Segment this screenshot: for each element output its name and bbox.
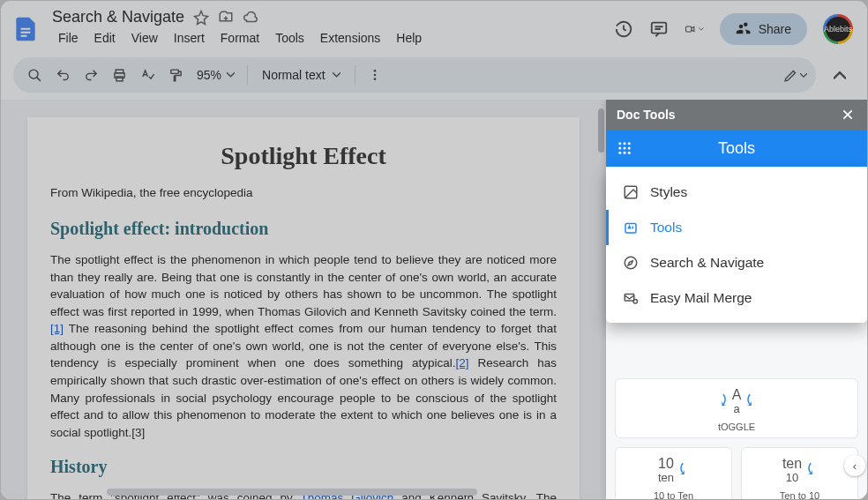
paragraph-style-select[interactable]: Normal text [255, 68, 348, 82]
more-icon[interactable] [363, 63, 387, 87]
svg-rect-0 [651, 23, 666, 34]
doc-subtitle[interactable]: From Wikipedia, the free encyclopedia [50, 186, 557, 199]
sidepanel-header: Doc Tools [606, 100, 867, 130]
tools-icon [622, 219, 640, 236]
cloud-status-icon[interactable] [243, 10, 258, 26]
account-avatar[interactable]: Ablebits [823, 14, 853, 44]
undo-icon[interactable] [50, 63, 75, 87]
tile-ten-to-10[interactable]: ten10⤹ Ten to 10 [741, 447, 858, 499]
vertical-scrollbar[interactable] [598, 108, 604, 153]
svg-rect-6 [170, 70, 178, 73]
docs-logo[interactable] [10, 8, 41, 50]
doc-heading-1[interactable]: Spotlight Effect [50, 142, 557, 170]
separator [247, 65, 248, 85]
document-canvas[interactable]: Spotlight Effect From Wikipedia, the fre… [1, 100, 606, 499]
doc-heading-2[interactable]: History [50, 457, 557, 477]
share-button[interactable]: Share [720, 13, 807, 45]
print-icon[interactable] [107, 63, 131, 87]
sidepanel-tab-title: Tools [606, 139, 867, 158]
svg-point-23 [633, 300, 638, 304]
redo-icon[interactable] [79, 63, 103, 87]
search-icon[interactable] [22, 63, 47, 87]
dropdown-item-mail-merge[interactable]: Easy Mail Merge [606, 280, 867, 316]
doc-heading-2[interactable]: Spotlight effect: introduction [50, 219, 557, 239]
toolbar: 95% Normal text [13, 57, 816, 93]
svg-point-7 [373, 70, 376, 72]
menu-view[interactable]: View [125, 28, 164, 48]
side-panel: Doc Tools Tools Styles Tools Search & [606, 100, 867, 499]
tile-toggle-case[interactable]: ⤸Aa⤹ tOGGLE [615, 378, 858, 438]
svg-rect-22 [625, 295, 634, 302]
citation-link[interactable]: [1] [50, 322, 64, 335]
meet-button[interactable] [685, 19, 704, 39]
citation-link[interactable]: [2] [456, 356, 469, 369]
sidepanel-toolbar: Tools [606, 130, 867, 167]
dropdown-item-search-navigate[interactable]: Search & Navigate [606, 245, 867, 280]
menu-format[interactable]: Format [214, 28, 266, 48]
share-label: Share [759, 22, 791, 36]
menu-edit[interactable]: Edit [88, 28, 122, 48]
dropdown-item-styles[interactable]: Styles [606, 175, 867, 210]
menu-help[interactable]: Help [390, 28, 428, 48]
document-title[interactable]: Search & Navigate [52, 8, 184, 26]
svg-rect-1 [685, 26, 691, 32]
editing-mode-icon[interactable] [782, 63, 807, 87]
tools-dropdown: Styles Tools Search & Navigate Easy Mail… [606, 168, 867, 323]
history-icon[interactable] [614, 19, 633, 39]
compass-icon [622, 254, 640, 272]
sidepanel-title: Doc Tools [617, 108, 676, 122]
paint-format-icon[interactable] [163, 63, 188, 87]
svg-point-2 [29, 70, 38, 78]
menu-extensions[interactable]: Extensions [314, 28, 386, 48]
svg-point-9 [373, 78, 376, 80]
menu-insert[interactable]: Insert [168, 28, 211, 48]
styles-icon [622, 183, 640, 201]
move-icon[interactable] [218, 10, 234, 26]
dropdown-item-tools[interactable]: Tools [606, 210, 867, 245]
tile-10-to-ten[interactable]: 10ten⤹ 10 to Ten [615, 447, 732, 499]
menu-file[interactable]: File [52, 28, 85, 48]
zoom-select[interactable]: 95% [191, 68, 240, 82]
svg-point-21 [625, 257, 637, 269]
separator [355, 65, 355, 85]
close-icon[interactable] [839, 106, 857, 123]
mail-merge-icon [622, 289, 640, 307]
star-icon[interactable] [193, 10, 209, 26]
spellcheck-icon[interactable] [135, 63, 160, 87]
doc-paragraph[interactable]: The spotlight effect is the phenomenon i… [50, 251, 557, 441]
comments-icon[interactable] [649, 19, 669, 39]
collapse-toolbar-icon[interactable] [825, 60, 855, 90]
svg-point-8 [373, 74, 376, 77]
menubar: File Edit View Insert Format Tools Exten… [52, 28, 603, 48]
menu-tools[interactable]: Tools [269, 28, 311, 48]
hide-sidepanel-button[interactable]: ‹ [844, 455, 865, 476]
horizontal-scrollbar[interactable] [107, 489, 477, 496]
